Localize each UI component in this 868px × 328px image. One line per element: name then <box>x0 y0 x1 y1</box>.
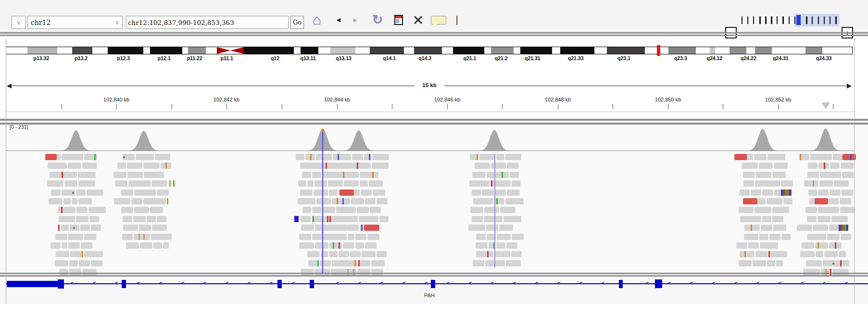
strand-arrow-icon: < <box>447 280 450 286</box>
strand-arrow-icon: < <box>668 280 671 286</box>
strand-arrow-icon: < <box>646 280 649 286</box>
gene-name-label: PAH <box>424 292 435 298</box>
gene-intron-line <box>6 283 868 284</box>
view-position-marker <box>657 45 660 56</box>
strand-arrow-icon: < <box>712 280 715 286</box>
strand-arrow-icon: < <box>115 280 118 286</box>
strand-arrow-icon: < <box>579 280 582 286</box>
strand-arrow-icon: < <box>756 280 759 286</box>
variant-vertical-line <box>494 154 495 267</box>
gene-track-panel[interactable]: <<<<<<<<<<<<<<<<<<<<<<<<<<<<<<<<<< <box>0 277 868 304</box>
gene-exon[interactable] <box>619 280 623 288</box>
strand-arrow-icon: < <box>248 280 251 286</box>
gene-exon[interactable] <box>7 281 58 287</box>
strand-arrow-icon: < <box>779 280 781 286</box>
strand-arrow-icon: < <box>557 280 560 286</box>
strand-arrow-icon: < <box>380 280 383 286</box>
gene-exon[interactable] <box>310 280 314 288</box>
strand-arrow-icon: < <box>491 280 494 286</box>
gene-exon[interactable] <box>655 279 662 288</box>
strand-arrow-icon: < <box>734 280 737 286</box>
strand-arrow-icon: < <box>845 280 848 286</box>
panel-left-border <box>6 38 6 304</box>
strand-arrow-icon: < <box>801 280 804 286</box>
strand-arrow-icon: < <box>292 280 295 286</box>
strand-arrow-icon: < <box>159 280 162 286</box>
strand-arrow-icon: < <box>336 280 339 286</box>
gene-exon[interactable] <box>277 280 282 288</box>
igv-application-window: ∨ chr12 ∨ Go ⌂ ◄ ► ↻ | − + <box>0 0 868 328</box>
strand-arrow-icon: < <box>358 280 361 286</box>
variant-vertical-line <box>322 131 323 273</box>
panel-right-border <box>854 38 855 304</box>
strand-arrow-icon: < <box>425 280 428 286</box>
gene-exon[interactable] <box>122 280 126 288</box>
gene-exon[interactable] <box>431 280 435 288</box>
strand-arrow-icon: < <box>203 280 206 286</box>
strand-arrow-icon: < <box>226 280 228 286</box>
strand-arrow-icon: < <box>181 280 184 286</box>
strand-arrow-icon: < <box>93 280 96 286</box>
strand-arrow-icon: < <box>270 280 273 286</box>
strand-arrow-icon: < <box>513 280 516 286</box>
strand-arrow-icon: < <box>71 280 74 286</box>
strand-arrow-icon: < <box>690 280 693 286</box>
strand-arrow-icon: < <box>137 280 140 286</box>
strand-arrow-icon: < <box>469 280 472 286</box>
gene-layer: <<<<<<<<<<<<<<<<<<<<<<<<<<<<<<<<<< <box>0 0 868 328</box>
gene-exon[interactable] <box>58 279 64 289</box>
strand-arrow-icon: < <box>823 280 826 286</box>
strand-arrow-icon: < <box>403 280 405 286</box>
strand-arrow-icon: < <box>535 280 538 286</box>
strand-arrow-icon: < <box>602 280 604 286</box>
